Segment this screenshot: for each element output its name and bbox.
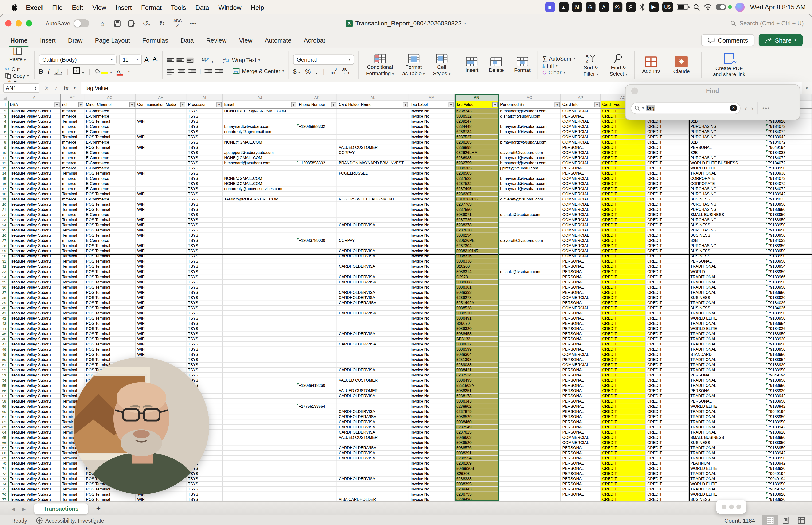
cell[interactable]	[223, 264, 297, 269]
cell[interactable]: CREDIT	[646, 332, 689, 337]
cell[interactable]: WIFI	[136, 217, 186, 223]
cell[interactable]: TRADITIONAL	[689, 264, 766, 269]
cell[interactable]: CARDHOLDER/VISA	[337, 445, 409, 450]
cell[interactable]: CREDIT	[646, 430, 689, 435]
column-letter-AF[interactable]: AF	[61, 94, 85, 101]
column-header-Processor[interactable]: Processor▼	[186, 101, 223, 108]
orientation-button[interactable]: ab ▾	[201, 56, 213, 65]
cell[interactable]	[499, 450, 561, 456]
cell[interactable]: Terminal	[61, 254, 85, 259]
cell[interactable]	[136, 176, 186, 181]
cell[interactable]: S26260	[455, 264, 499, 269]
filter-dropdown-icon[interactable]: ▼	[216, 102, 221, 107]
cell[interactable]: 79183950	[766, 445, 812, 450]
cell[interactable]: 5088460	[455, 419, 499, 425]
cell[interactable]	[297, 466, 337, 471]
cell[interactable]: COMMERCIAL	[561, 238, 601, 243]
cell[interactable]: Invoice No	[409, 295, 455, 300]
cell[interactable]	[223, 492, 297, 497]
cell[interactable]: CREDIT	[646, 223, 689, 228]
cell[interactable]	[499, 119, 561, 124]
decrease-indent-button[interactable]	[205, 68, 212, 74]
cell[interactable]	[297, 430, 337, 435]
column-letter-AK[interactable]: AK	[297, 94, 337, 101]
cell[interactable]: 5088314	[455, 269, 499, 274]
cell[interactable]: POS Terminal	[85, 332, 136, 337]
create-pdf-button[interactable]: Create PDFand share link	[710, 53, 748, 77]
row-number[interactable]: 14	[0, 171, 8, 176]
filter-dropdown-icon[interactable]: ▼	[403, 102, 408, 107]
cell[interactable]	[223, 311, 297, 316]
cell[interactable]: Terminal	[61, 269, 85, 274]
cell[interactable]: 79183950	[766, 378, 812, 383]
cell[interactable]: E-Commerce	[85, 197, 136, 202]
cell[interactable]	[223, 450, 297, 456]
cell[interactable]: PERSONAL	[561, 280, 601, 285]
cell[interactable]: CREDIT	[601, 249, 646, 254]
cell[interactable]: CREDIT	[646, 290, 689, 295]
cell[interactable]: PERSONAL	[561, 274, 601, 280]
cell[interactable]: TRADITIONAL	[689, 332, 766, 337]
tab-review[interactable]: Review	[200, 34, 233, 46]
cell[interactable]: TRADITIONAL	[689, 311, 766, 316]
cell[interactable]	[297, 363, 337, 368]
cell[interactable]	[223, 171, 297, 176]
cell[interactable]: Treasure Valley Subaru	[8, 124, 61, 130]
close-window-button[interactable]	[5, 20, 11, 26]
cell[interactable]: 5088336	[455, 259, 499, 264]
cell[interactable]: E-Commerce	[85, 109, 136, 114]
cell[interactable]: 79183950	[766, 316, 812, 321]
cell[interactable]: 5088291	[455, 450, 499, 456]
cell[interactable]	[499, 388, 561, 394]
cell[interactable]	[499, 352, 561, 357]
cell[interactable]: 6237527	[455, 135, 499, 140]
cell[interactable]	[223, 212, 297, 217]
cell[interactable]: COMMERCIAL	[561, 435, 601, 440]
filter-dropdown-icon[interactable]: ▼	[291, 102, 296, 107]
cell[interactable]: 5088234	[455, 233, 499, 238]
cell[interactable]: CREDIT	[601, 445, 646, 450]
cell[interactable]	[297, 269, 337, 274]
cell[interactable]: POS Terminal	[85, 135, 136, 140]
cell[interactable]	[499, 445, 561, 450]
cell[interactable]: Treasure Valley Subaru	[8, 109, 61, 114]
cell[interactable]: TSYS	[186, 223, 223, 228]
cell[interactable]: CREDIT	[646, 161, 689, 166]
cell[interactable]: 5088320	[455, 327, 499, 332]
cell[interactable]: Treasure Valley Subaru	[8, 363, 61, 368]
cell[interactable]: 6234448	[455, 124, 499, 130]
cell[interactable]: 79049194	[766, 409, 812, 414]
cell[interactable]	[297, 186, 337, 192]
cell[interactable]: WIFI	[136, 249, 186, 254]
cell[interactable]: CREDIT	[646, 342, 689, 347]
cell[interactable]	[337, 352, 409, 357]
cell[interactable]	[297, 450, 337, 456]
cell[interactable]	[223, 487, 297, 492]
cell[interactable]: Terminal	[61, 321, 85, 326]
cell[interactable]	[297, 456, 337, 461]
cell[interactable]: Treasure Valley Subaru	[8, 114, 61, 119]
cell[interactable]: Terminal	[61, 305, 85, 311]
cell[interactable]: Treasure Valley Subaru	[8, 347, 61, 352]
cell[interactable]	[499, 254, 561, 259]
cell[interactable]: PERSONAL	[689, 145, 766, 150]
underline-button[interactable]: U ▾	[54, 68, 62, 75]
cell[interactable]: PERSONAL	[561, 327, 601, 332]
cell[interactable]	[499, 192, 561, 197]
cell[interactable]	[337, 166, 409, 171]
cell[interactable]: BUSINESS	[689, 197, 766, 202]
cell[interactable]: 6238173	[455, 394, 499, 399]
format-painter-button[interactable]: Format	[5, 80, 30, 82]
cell[interactable]: Terminal	[61, 316, 85, 321]
confirm-entry-icon[interactable]: ✓	[54, 85, 58, 91]
cell[interactable]: Treasure Valley Subaru	[8, 300, 61, 305]
cell[interactable]: Invoice No	[409, 238, 455, 243]
cell[interactable]: WIFI	[136, 305, 186, 311]
column-letter-AN[interactable]: AN	[455, 94, 499, 101]
cell[interactable]: 79049194	[766, 471, 812, 477]
cell[interactable]: PERSONAL	[561, 290, 601, 295]
increase-indent-button[interactable]	[215, 68, 223, 74]
cell[interactable]: 5088421	[455, 368, 499, 373]
cell[interactable]: CORPORATE	[689, 181, 766, 186]
cell[interactable]: CREDIT	[646, 274, 689, 280]
